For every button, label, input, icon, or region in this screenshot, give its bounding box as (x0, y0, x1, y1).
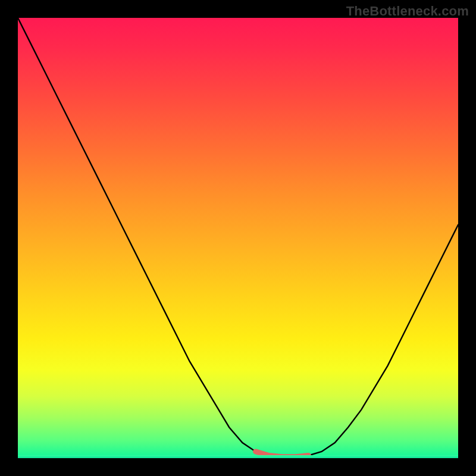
plot-area (18, 18, 458, 458)
baseline-band (18, 455, 458, 458)
curve-path (18, 18, 458, 457)
chart-frame: TheBottleneck.com (0, 0, 476, 476)
bottleneck-curve (18, 18, 458, 458)
watermark-text: TheBottleneck.com (346, 4, 469, 19)
